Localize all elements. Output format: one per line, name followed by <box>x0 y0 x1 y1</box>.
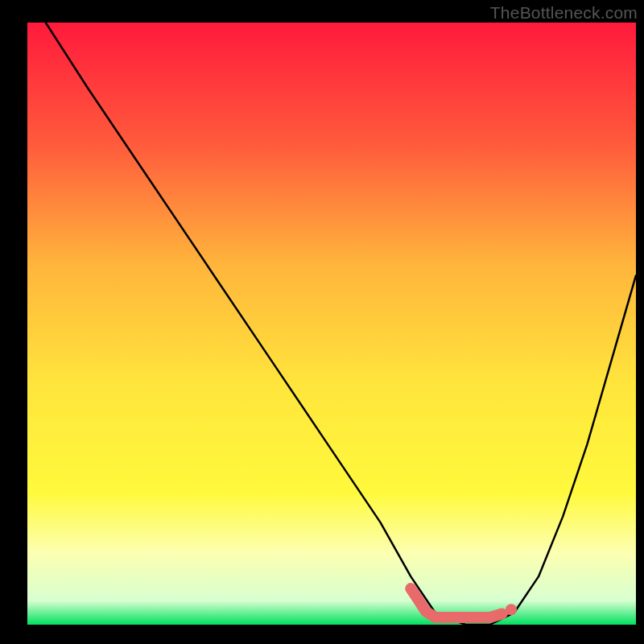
plot-background <box>27 23 636 625</box>
bottleneck-chart <box>0 0 644 644</box>
optimal-point-mark <box>506 604 517 615</box>
chart-container: TheBottleneck.com <box>0 0 644 644</box>
watermark-text: TheBottleneck.com <box>490 3 638 23</box>
